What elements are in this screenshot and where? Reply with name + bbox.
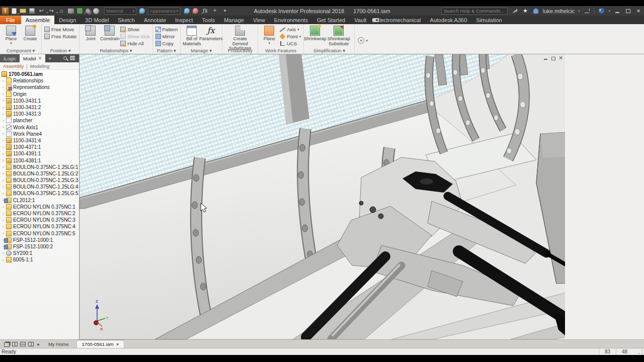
color-wheel-icon[interactable] [139, 8, 145, 14]
hide-all-button[interactable]: Hide All [120, 40, 149, 47]
create-button[interactable]: Create [22, 25, 39, 42]
tree-item[interactable]: › BOULON-0.375NC-1.25LG:4 [0, 184, 79, 190]
panel-label-relationships[interactable]: Relationships ▾ [79, 48, 152, 54]
expander-icon[interactable]: › [1, 171, 6, 176]
close-doc-icon[interactable]: ✕ [558, 56, 563, 60]
expander-icon[interactable]: › [1, 251, 6, 256]
point-button[interactable]: Point▾ [280, 33, 301, 40]
ribbon-tab[interactable]: Sketch [113, 16, 139, 24]
ribbon-tab[interactable]: Annotate [139, 16, 171, 24]
ribbon-tab[interactable]: Inspect [171, 16, 197, 24]
tree-item[interactable]: › CL2012:1 [0, 197, 79, 204]
search-icon[interactable] [63, 56, 67, 60]
help-menu-chevron-icon[interactable]: ▾ [608, 9, 610, 13]
collapse-tab-bar-icon[interactable]: ▲ [36, 342, 40, 346]
close-button[interactable]: × [635, 8, 642, 14]
save-icon[interactable] [29, 8, 35, 14]
parameters-button[interactable]: ƒxParameters [202, 25, 219, 42]
ribbon-tab[interactable]: Autodesk A360 [425, 16, 471, 24]
document-tab[interactable]: My Home [43, 340, 77, 348]
panel-label-component[interactable]: Component ▾ [0, 48, 41, 54]
show-button[interactable]: Show [120, 26, 149, 33]
screencast-record-button[interactable]: ▾ [372, 18, 382, 22]
panel-label-manage[interactable]: Manage ▾ [181, 48, 222, 54]
expander-icon[interactable]: › [1, 185, 6, 190]
panel-label-simplification[interactable]: Simplification ▾ [304, 48, 354, 54]
redo-icon[interactable]: ↪ [48, 8, 55, 14]
mode-modeling-link[interactable]: Modeling [30, 63, 50, 69]
update-icon[interactable] [77, 8, 83, 14]
tab-ilogic[interactable]: iLogic [0, 54, 20, 62]
appearance-combo[interactable]: Appearance▾ [148, 8, 180, 15]
browser-menu-icon[interactable] [70, 56, 75, 57]
shrinkwrap-substitute-button[interactable]: Shrinkwrap Substitute [326, 25, 352, 46]
help-icon[interactable]: ? [598, 8, 605, 14]
community-icon[interactable] [511, 8, 518, 14]
tree-item[interactable]: › FSP-1512-1000:2 [0, 243, 79, 250]
tree-item[interactable]: › 1100-4371:1 [0, 144, 79, 150]
document-tab[interactable]: 1700-0561.iam × [77, 340, 125, 348]
home-icon[interactable]: ⌂ [58, 8, 65, 14]
resize-grip[interactable] [638, 349, 643, 354]
shrinkwrap-button[interactable]: Shrinkwrap [306, 25, 324, 42]
place-button[interactable]: Place▾ [3, 25, 20, 45]
add-browser-tab-button[interactable]: + [45, 54, 54, 62]
free-move-button[interactable]: Free Move [44, 26, 76, 33]
expander-icon[interactable]: › [1, 98, 6, 103]
copy-button[interactable]: Copy [155, 40, 178, 47]
tree-item[interactable]: › Work Axis1 [0, 124, 79, 131]
expander-icon[interactable]: › [1, 145, 6, 150]
material-globe-icon[interactable] [93, 8, 99, 14]
close-tab-icon[interactable]: ✕ [38, 56, 42, 61]
undo-icon[interactable]: ↩ [38, 8, 45, 14]
tree-item[interactable]: › 1100-3431:1 [0, 98, 79, 104]
expander-icon[interactable]: › [1, 211, 6, 216]
tree-item[interactable]: › 6005-1:1 [0, 256, 79, 263]
ribbon-tab[interactable]: Design [54, 16, 80, 24]
signed-in-user[interactable]: luke.mihelcic [543, 8, 575, 14]
material-combo[interactable]: Material▾ [104, 8, 136, 15]
tile-windows-icon[interactable] [12, 342, 18, 346]
graphics-viewport[interactable]: Z Y X RIGHT FRONT [79, 54, 565, 339]
tree-item[interactable]: › BOULON-0.375NC-1.25LG:1 [0, 164, 79, 170]
add-command-icon[interactable]: + [211, 8, 218, 14]
plane-button[interactable]: Plane▾ [261, 25, 278, 45]
tree-item[interactable]: › 1100-3431:2 [0, 104, 79, 111]
render-icon[interactable] [68, 9, 74, 14]
expander-icon[interactable]: › [1, 178, 6, 183]
expander-icon[interactable]: › [1, 191, 6, 196]
free-rotate-button[interactable]: Free Rotate [44, 33, 76, 40]
tree-item[interactable]: › ECROU NYLON 0.375NC:5 [0, 230, 79, 237]
ribbon-tab[interactable]: Manage [219, 16, 249, 24]
split-vertical-icon[interactable] [28, 342, 34, 346]
customize-qat-icon[interactable]: ▾ [221, 8, 228, 14]
search-input[interactable] [441, 8, 508, 15]
expander-icon[interactable]: › [1, 164, 6, 169]
tree-item[interactable]: › SY200:1 [0, 250, 79, 256]
split-horizontal-icon[interactable] [20, 342, 26, 346]
open-icon[interactable] [20, 9, 26, 13]
ribbon-tab[interactable]: 3D Model [80, 16, 113, 24]
tree-item[interactable]: › 1100-4391:1 [0, 150, 79, 157]
adjust-color-icon[interactable] [193, 8, 198, 14]
select-icon[interactable] [86, 9, 90, 13]
expander-icon[interactable]: › [1, 78, 6, 83]
parameters-fx-icon[interactable]: ƒx [201, 8, 208, 14]
pattern-button[interactable]: Pattern [155, 26, 178, 33]
expander-icon[interactable]: › [1, 125, 6, 130]
ribbon-tab[interactable]: Simulation [471, 16, 506, 24]
tree-item[interactable]: › ECROU NYLON 0.375NC:1 [0, 204, 79, 210]
expander-icon[interactable]: › [1, 224, 6, 229]
cascade-windows-icon[interactable] [4, 342, 10, 347]
mode-assembly-link[interactable]: Assembly [3, 63, 24, 69]
tree-item[interactable]: › Representations [0, 84, 79, 90]
expander-icon[interactable]: › [1, 204, 6, 209]
store-cart-icon[interactable] [583, 8, 590, 14]
tree-item[interactable]: › BOULON-0.375NC-1.25LG:2 [0, 170, 79, 177]
tree-item[interactable]: › FSP-1512-1000:1 [0, 237, 79, 243]
user-avatar-icon[interactable] [532, 8, 539, 14]
tree-item[interactable]: › Relationships [0, 77, 79, 84]
expander-icon[interactable]: › [1, 257, 6, 262]
expander-icon[interactable]: › [1, 105, 6, 110]
ribbon-tab[interactable]: Tools [198, 16, 220, 24]
